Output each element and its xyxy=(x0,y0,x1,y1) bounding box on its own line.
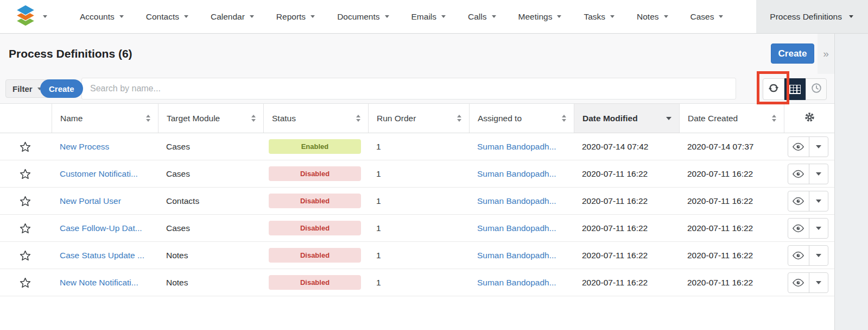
row-actions-dropdown-button[interactable] xyxy=(809,219,828,238)
star-outline-icon xyxy=(20,277,31,288)
favorite-star-button[interactable] xyxy=(0,169,52,179)
header-cell-date-modified-sorted[interactable]: Date Modified xyxy=(574,104,679,133)
chevron-down-icon[interactable] xyxy=(557,15,561,18)
chevron-down-icon[interactable] xyxy=(385,15,389,18)
record-name-link[interactable]: New Process xyxy=(60,142,109,151)
eye-icon xyxy=(792,224,804,233)
column-settings-button[interactable] xyxy=(784,104,834,133)
record-name-link[interactable]: New Note Notificati... xyxy=(60,278,138,287)
chevron-down-icon[interactable] xyxy=(119,15,124,18)
record-name-link[interactable]: Case Follow-Up Dat... xyxy=(60,223,142,233)
chevron-down-icon[interactable] xyxy=(719,15,723,18)
table-row: New Portal User Contacts Disabled 1 Suma… xyxy=(0,188,834,215)
preview-button[interactable] xyxy=(788,164,809,184)
chevron-down-icon[interactable] xyxy=(184,15,188,18)
header-cell-assigned-to[interactable]: Assigned to xyxy=(469,104,574,133)
record-name-link[interactable]: Customer Notificati... xyxy=(60,169,138,178)
chevron-down-icon[interactable] xyxy=(664,15,668,18)
table-row: New Process Cases Enabled 1 Suman Bandop… xyxy=(0,133,834,160)
chevron-down-icon[interactable] xyxy=(250,15,254,18)
app-logo-menu[interactable] xyxy=(15,4,47,29)
assigned-to-link[interactable]: Suman Bandopadh... xyxy=(477,278,556,287)
run-order-value: 1 xyxy=(368,142,469,152)
nav-item-meetings[interactable]: Meetings xyxy=(518,12,562,22)
nav-item-tasks[interactable]: Tasks xyxy=(584,12,614,22)
preview-button[interactable] xyxy=(788,273,809,292)
row-actions-dropdown-button[interactable] xyxy=(809,137,828,157)
date-modified-value: 2020-07-11 16:22 xyxy=(574,169,679,179)
star-outline-icon xyxy=(20,169,31,179)
eye-icon xyxy=(792,170,804,178)
favorite-star-button[interactable] xyxy=(0,277,52,288)
refresh-button[interactable] xyxy=(763,78,784,100)
assigned-to-link[interactable]: Suman Bandopadh... xyxy=(477,196,556,206)
preview-button[interactable] xyxy=(788,219,809,238)
nav-item-calls[interactable]: Calls xyxy=(468,12,496,22)
chevron-down-icon[interactable] xyxy=(311,15,315,18)
chevron-down-icon[interactable] xyxy=(441,15,446,18)
sort-desc-icon xyxy=(666,117,671,120)
sort-icon xyxy=(356,115,360,122)
run-order-value: 1 xyxy=(368,196,469,206)
assigned-to-link[interactable]: Suman Bandopadh... xyxy=(477,142,556,151)
assigned-to-link[interactable]: Suman Bandopadh... xyxy=(477,251,556,260)
record-name-link[interactable]: Case Status Update ... xyxy=(60,251,144,260)
status-badge: Disabled xyxy=(269,248,361,263)
top-navbar: Accounts Contacts Calendar Reports Docum… xyxy=(0,0,868,34)
status-badge: Disabled xyxy=(269,275,361,290)
chevron-down-icon[interactable] xyxy=(492,15,496,18)
nav-item-cases[interactable]: Cases xyxy=(690,12,724,22)
row-actions-dropdown-button[interactable] xyxy=(809,273,828,292)
row-actions-dropdown-button[interactable] xyxy=(809,191,828,211)
header-cell-status[interactable]: Status xyxy=(263,104,368,133)
chevron-down-icon[interactable] xyxy=(849,15,853,18)
favorite-star-button[interactable] xyxy=(0,196,52,207)
status-badge: Enabled xyxy=(269,139,361,154)
sort-icon xyxy=(457,115,461,122)
eye-icon xyxy=(792,278,804,287)
star-outline-icon xyxy=(20,141,31,152)
date-modified-value: 2020-07-11 16:22 xyxy=(574,251,679,260)
assigned-to-link[interactable]: Suman Bandopadh... xyxy=(477,169,556,178)
header-cell-date-created[interactable]: Date Created xyxy=(679,104,784,133)
create-filter-button[interactable]: Create xyxy=(40,79,83,98)
header-cell-name[interactable]: Name xyxy=(52,104,158,133)
star-outline-icon xyxy=(20,223,31,234)
header-cell-target-module[interactable]: Target Module xyxy=(158,104,263,133)
status-badge: Disabled xyxy=(269,194,361,208)
collapsed-dashboard-rail xyxy=(834,34,868,330)
nav-item-process-definitions-active[interactable]: Process Definitions xyxy=(756,0,868,33)
favorite-star-button[interactable] xyxy=(0,141,52,152)
favorite-star-button[interactable] xyxy=(0,250,52,261)
recently-viewed-button[interactable] xyxy=(806,78,827,100)
nav-item-contacts[interactable]: Contacts xyxy=(146,12,188,22)
row-actions-dropdown-button[interactable] xyxy=(809,246,828,265)
create-record-button[interactable]: Create xyxy=(771,43,814,64)
nav-item-notes[interactable]: Notes xyxy=(637,12,668,22)
preview-button[interactable] xyxy=(788,137,809,157)
favorite-star-button[interactable] xyxy=(0,223,52,234)
list-view-toggle-button[interactable] xyxy=(784,78,806,100)
nav-item-reports[interactable]: Reports xyxy=(276,12,315,22)
main-pane: Process Definitions (6) Create » Filter … xyxy=(0,34,834,330)
run-order-value: 1 xyxy=(368,278,469,288)
nav-item-calendar[interactable]: Calendar xyxy=(211,12,254,22)
nav-item-accounts[interactable]: Accounts xyxy=(80,12,124,22)
search-input[interactable] xyxy=(81,78,736,99)
page-header: Process Definitions (6) Create » xyxy=(0,34,834,74)
chevron-down-icon[interactable] xyxy=(610,15,614,18)
expand-dashboard-button[interactable]: » xyxy=(818,34,834,74)
header-cell-run-order[interactable]: Run Order xyxy=(368,104,469,133)
sort-icon xyxy=(772,115,776,122)
nav-item-emails[interactable]: Emails xyxy=(411,12,446,22)
preview-button[interactable] xyxy=(788,191,809,211)
record-name-link[interactable]: New Portal User xyxy=(60,196,121,206)
nav-item-documents[interactable]: Documents xyxy=(337,12,389,22)
row-actions-group xyxy=(788,218,828,239)
preview-button[interactable] xyxy=(788,246,809,265)
run-order-value: 1 xyxy=(368,223,469,233)
assigned-to-link[interactable]: Suman Bandopadh... xyxy=(477,223,556,233)
target-module-value: Notes xyxy=(158,251,263,260)
target-module-value: Notes xyxy=(158,278,263,288)
row-actions-dropdown-button[interactable] xyxy=(809,164,828,184)
